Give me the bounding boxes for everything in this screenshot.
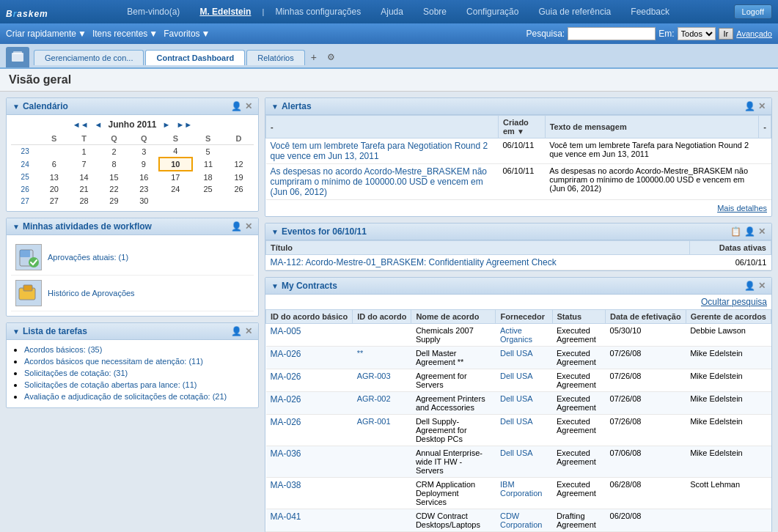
cal-day-cell[interactable]: 5 (192, 145, 224, 158)
contract-id[interactable]: AGR-001 (353, 415, 411, 446)
contract-id[interactable]: ** (353, 347, 411, 369)
cal-week-num[interactable]: 24 (11, 158, 39, 171)
tab-contract-dashboard[interactable]: Contract Dashboard (145, 50, 245, 65)
cal-day-cell[interactable]: 1 (69, 145, 99, 158)
cal-day-cell[interactable]: 2 (99, 145, 129, 158)
contract-basic-id[interactable]: MA-038 (266, 478, 353, 509)
calendar-settings-icon[interactable]: 👤 (231, 101, 242, 111)
cal-day-cell[interactable]: 15 (99, 171, 129, 183)
cal-day-cell[interactable]: 28 (69, 195, 99, 207)
cal-week-num[interactable]: 25 (11, 171, 39, 183)
cal-day-cell[interactable]: 21 (69, 183, 99, 195)
contract-supplier[interactable]: Dell USA (496, 347, 552, 369)
alerts-settings-icon[interactable]: 👤 (744, 101, 755, 111)
cal-day-cell[interactable]: 20 (39, 183, 69, 195)
cal-day-cell[interactable]: 27 (39, 195, 69, 207)
cal-next-year-btn[interactable]: ►► (176, 120, 192, 129)
cal-day-cell[interactable]: 30 (129, 195, 159, 207)
more-details-link[interactable]: Mais detalhes (717, 204, 767, 213)
calendar-close-icon[interactable]: ✕ (245, 101, 252, 111)
search-go-button[interactable]: Ir (719, 28, 734, 40)
contract-id[interactable]: AGR-002 (353, 392, 411, 415)
cal-day-cell[interactable]: 9 (129, 158, 159, 171)
alert-cell-link[interactable]: As despesas no acordo Acordo-Mestre_BRAS… (266, 164, 499, 200)
event-cell-link[interactable]: MA-112: Acordo-Mestre-01_BRASKEM: Confid… (266, 255, 690, 270)
contract-basic-id[interactable]: MA-026 (266, 347, 353, 369)
nav-configuracoes[interactable]: Minhas configurações (275, 7, 361, 17)
task-list-item[interactable]: Solicitações de cotação abertas para lan… (24, 380, 252, 390)
contract-basic-id[interactable]: MA-026 (266, 369, 353, 392)
workflow-history-link[interactable]: Histórico de Aprovações (48, 289, 135, 298)
cal-week-num[interactable]: 23 (11, 145, 39, 158)
task-list-item[interactable]: Acordos básicos: (35) (24, 344, 252, 355)
events-add-icon[interactable]: 📋 (730, 226, 741, 237)
cal-day-cell[interactable]: 10 (159, 158, 192, 171)
tab-gerenciamento[interactable]: Gerenciamento de con... (34, 50, 144, 65)
alerts-close-icon[interactable]: ✕ (758, 101, 766, 111)
cal-prev-year-btn[interactable]: ◄◄ (73, 120, 89, 129)
workflow-approvals-link[interactable]: Aprovações atuais: (1) (48, 253, 128, 262)
nav-configuracao[interactable]: Configuração (466, 7, 518, 17)
nav-feedback[interactable]: Feedback (631, 7, 669, 17)
cal-day-cell[interactable]: 26 (224, 183, 254, 195)
nav-guia[interactable]: Guia de referência (539, 7, 612, 17)
cal-day-cell[interactable]: 23 (129, 183, 159, 195)
cal-day-cell[interactable]: 17 (159, 171, 192, 183)
cal-day-cell[interactable]: 19 (224, 171, 254, 183)
alerts-collapse-icon[interactable]: ▼ (271, 103, 279, 111)
tab-add-button[interactable]: + (307, 50, 321, 64)
workflow-settings-icon[interactable]: 👤 (231, 221, 242, 232)
events-collapse-icon[interactable]: ▼ (271, 228, 279, 236)
workflow-collapse-icon[interactable]: ▼ (12, 223, 20, 231)
cal-day-cell[interactable]: 8 (99, 158, 129, 171)
cal-day-cell[interactable]: 14 (69, 171, 99, 183)
favoritos-button[interactable]: Favoritos ▼ (164, 29, 210, 39)
search-input[interactable] (568, 27, 656, 40)
cal-day-cell[interactable]: 7 (69, 158, 99, 171)
mycontracts-close-icon[interactable]: ✕ (758, 281, 766, 291)
criar-rapidamente-button[interactable]: Criar rapidamente ▼ (6, 29, 87, 39)
workflow-close-icon[interactable]: ✕ (245, 221, 252, 232)
contract-supplier[interactable]: Dell USA (496, 392, 552, 415)
contract-supplier[interactable]: CDW Corporation (496, 509, 552, 532)
cal-day-cell[interactable]: 24 (159, 183, 192, 195)
events-close-icon[interactable]: ✕ (758, 226, 766, 237)
cal-day-cell[interactable]: 4 (159, 145, 192, 158)
contract-basic-id[interactable]: MA-026 (266, 415, 353, 446)
cal-day-cell[interactable]: 18 (192, 171, 224, 183)
cal-day-cell[interactable]: 6 (39, 158, 69, 171)
mycontracts-settings-icon[interactable]: 👤 (744, 281, 755, 291)
contract-basic-id[interactable]: MA-005 (266, 324, 353, 347)
tab-relatorios[interactable]: Relatórios (246, 50, 305, 65)
contract-supplier[interactable]: Dell USA (496, 446, 552, 478)
task-list-item[interactable]: Acordos básicos que necessitam de atençã… (24, 356, 252, 366)
advanced-search-link[interactable]: Avançado (736, 29, 772, 38)
cal-prev-month-btn[interactable]: ◄ (95, 120, 103, 129)
tab-link-button[interactable]: ⚙ (323, 51, 340, 64)
tasklist-collapse-icon[interactable]: ▼ (12, 328, 20, 336)
nav-ajuda[interactable]: Ajuda (381, 7, 403, 17)
search-in-select[interactable]: Todos (678, 27, 716, 40)
tasklist-close-icon[interactable]: ✕ (245, 326, 252, 336)
contract-id[interactable]: AGR-003 (353, 369, 411, 392)
cal-day-cell[interactable]: 3 (129, 145, 159, 158)
cal-week-num[interactable]: 27 (11, 195, 39, 207)
itens-recentes-button[interactable]: Itens recentes ▼ (92, 29, 158, 39)
cal-day-cell[interactable]: 29 (99, 195, 129, 207)
contract-basic-id[interactable]: MA-026 (266, 392, 353, 415)
task-list-item[interactable]: Solicitações de cotação: (31) (24, 368, 252, 378)
task-list-item[interactable]: Avaliação e adjudicação de solicitações … (24, 391, 252, 402)
contract-basic-id[interactable]: MA-041 (266, 509, 353, 532)
nav-sobre[interactable]: Sobre (423, 7, 447, 17)
logoff-button[interactable]: Logoff (734, 4, 772, 19)
alert-cell-link[interactable]: Você tem um lembrete Tarefa para Negotia… (266, 138, 499, 164)
mycontracts-collapse-icon[interactable]: ▼ (271, 282, 279, 290)
cal-day-cell[interactable]: 13 (39, 171, 69, 183)
calendar-collapse-icon[interactable]: ▼ (12, 103, 20, 111)
cal-day-cell[interactable]: 12 (224, 158, 254, 171)
contract-basic-id[interactable]: MA-036 (266, 446, 353, 478)
contract-supplier[interactable]: Dell USA (496, 415, 552, 446)
events-settings-icon[interactable]: 👤 (744, 226, 755, 237)
contract-supplier[interactable]: IBM Corporation (496, 478, 552, 509)
hide-search-link[interactable]: Ocultar pesquisa (701, 297, 767, 307)
